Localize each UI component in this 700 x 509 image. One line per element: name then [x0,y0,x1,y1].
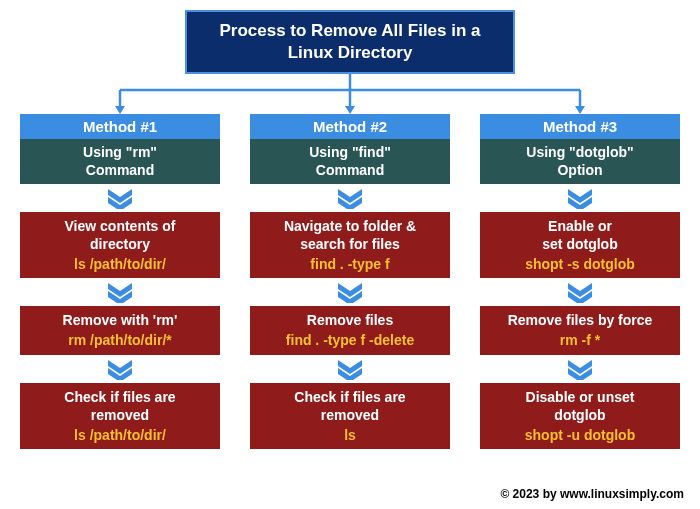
svg-marker-7 [575,106,585,114]
svg-marker-6 [345,106,355,114]
method-2-subheader: Using "find" Command [250,139,450,183]
step-description: Remove files [254,311,446,329]
chevron-down-icon [336,189,364,209]
page-title: Process to Remove All Files in a Linux D… [185,10,515,74]
step-command: shopt -u dotglob [484,426,676,444]
method-1-column: Method #1 Using "rm" Command View conten… [20,114,220,449]
method-1-subheader: Using "rm" Command [20,139,220,183]
chevron-down-icon [106,283,134,303]
step-command: find . -type f -delete [254,331,446,349]
step-command: find . -type f [254,255,446,273]
step-description: Remove files by force [484,311,676,329]
chevron-down-icon [336,360,364,380]
chevron-down-icon [566,189,594,209]
step-description: View contents of directory [24,217,216,253]
step-command: ls /path/to/dir/ [24,426,216,444]
svg-marker-5 [115,106,125,114]
method-2-header: Method #2 [250,114,450,139]
chevron-down-icon [106,360,134,380]
tree-connector [40,74,660,114]
method-1-step-3: Check if files are removed ls /path/to/d… [20,383,220,450]
method-1-step-1: View contents of directory ls /path/to/d… [20,212,220,279]
method-2-column: Method #2 Using "find" Command Navigate … [250,114,450,449]
method-3-subheader: Using "dotglob" Option [480,139,680,183]
step-description: Remove with 'rm' [24,311,216,329]
chevron-down-icon [566,283,594,303]
method-2-step-3: Check if files are removed ls [250,383,450,450]
step-command: rm -f * [484,331,676,349]
copyright-footer: © 2023 by www.linuxsimply.com [500,487,684,501]
chevron-down-icon [566,360,594,380]
method-3-step-2: Remove files by force rm -f * [480,306,680,354]
chevron-down-icon [336,283,364,303]
method-1-step-2: Remove with 'rm' rm /path/to/dir/* [20,306,220,354]
step-description: Enable or set dotglob [484,217,676,253]
method-3-header: Method #3 [480,114,680,139]
step-command: ls [254,426,446,444]
method-3-step-1: Enable or set dotglob shopt -s dotglob [480,212,680,279]
method-3-step-3: Disable or unset dotglob shopt -u dotglo… [480,383,680,450]
step-description: Disable or unset dotglob [484,388,676,424]
method-1-header: Method #1 [20,114,220,139]
step-command: ls /path/to/dir/ [24,255,216,273]
chevron-down-icon [106,189,134,209]
step-description: Check if files are removed [24,388,216,424]
step-description: Check if files are removed [254,388,446,424]
step-command: shopt -s dotglob [484,255,676,273]
method-2-step-2: Remove files find . -type f -delete [250,306,450,354]
step-command: rm /path/to/dir/* [24,331,216,349]
step-description: Navigate to folder & search for files [254,217,446,253]
columns-container: Method #1 Using "rm" Command View conten… [20,114,680,449]
method-2-step-1: Navigate to folder & search for files fi… [250,212,450,279]
method-3-column: Method #3 Using "dotglob" Option Enable … [480,114,680,449]
